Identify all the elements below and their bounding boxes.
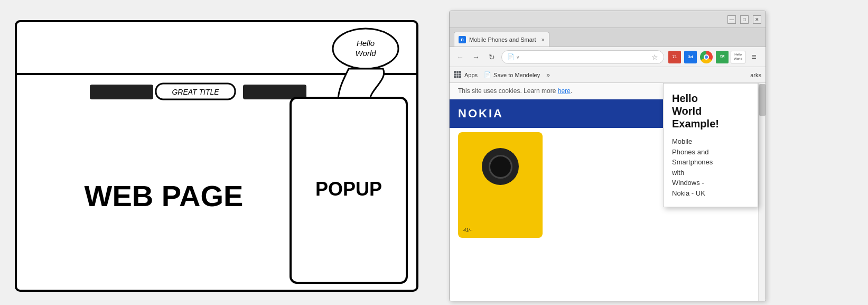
apps-dot-7: [454, 76, 456, 78]
browser-navbar: ← → ↻ 📄 v ☆ 71 3d: [450, 47, 766, 67]
browser-popup: HelloWorldExample! MobilePhones andSmart…: [663, 83, 758, 207]
cookie-period: .: [571, 87, 572, 95]
diagram-canvas: GREAT TITLE Hello World POPUP WEB PAGE: [11, 11, 428, 296]
webpage-label: WEB PAGE: [85, 179, 244, 212]
mendeley-icon: 📄: [484, 71, 491, 78]
apps-dot-2: [456, 71, 459, 73]
browser-titlebar: — □ ✕: [450, 11, 766, 28]
apps-dot-8: [456, 76, 459, 78]
apps-dot-9: [459, 76, 461, 78]
menu-button[interactable]: ≡: [746, 50, 761, 64]
browser-tab[interactable]: n Mobile Phones and Smart ×: [454, 32, 549, 47]
mendeley-label: Save to Mendeley: [493, 72, 540, 78]
diagram-section: GREAT TITLE Hello World POPUP WEB PAGE: [11, 11, 428, 296]
hello-world-button[interactable]: Hello World: [731, 50, 745, 64]
phone-camera: [482, 148, 519, 185]
apps-label: Apps: [464, 72, 478, 78]
browser-content: This site uses cookies. Learn more here.…: [450, 83, 766, 301]
bookmarks-bar: Apps 📄 Save to Mendeley » arks: [450, 67, 766, 83]
popup-label: POPUP: [315, 178, 382, 200]
phone-image: 41/∙∙: [458, 132, 543, 238]
tab-title: Mobile Phones and Smart: [469, 36, 536, 43]
apps-grid-icon: [454, 71, 462, 79]
gmail-icon: 71: [668, 51, 681, 63]
minimize-button[interactable]: —: [727, 15, 736, 24]
address-separator: v: [517, 54, 519, 60]
maps-icon: 🗺: [716, 51, 729, 63]
browser-window: — □ ✕ n Mobile Phones and Smart × ← → ↻ …: [449, 11, 766, 301]
menu-icon: ≡: [751, 52, 756, 62]
apps-dot-4: [454, 73, 456, 76]
chrome-extension-icon: [700, 51, 713, 63]
refresh-button[interactable]: ↻: [486, 51, 498, 63]
svg-rect-8: [90, 85, 153, 99]
hello-world-icon: Hello World: [731, 51, 745, 63]
tab-close-button[interactable]: ×: [542, 36, 545, 43]
mendeley-bookmark[interactable]: 📄 Save to Mendeley: [482, 70, 542, 79]
threed-icon: 3d: [684, 51, 697, 63]
hello-world-bubble-line1: Hello: [357, 39, 375, 48]
phone-camera-lens: [489, 155, 512, 179]
hello-world-bubble-line2: World: [355, 49, 376, 58]
star-icon[interactable]: ☆: [651, 53, 658, 61]
threed-icon-button[interactable]: 3d: [683, 50, 698, 64]
apps-dot-1: [454, 71, 456, 73]
close-button[interactable]: ✕: [753, 15, 761, 24]
cookie-link[interactable]: here: [558, 87, 571, 95]
bookmarks-more-button[interactable]: »: [546, 71, 550, 79]
phone-model-text: 41/∙∙: [463, 227, 473, 233]
address-page-icon: 📄: [507, 53, 515, 60]
chrome-inner-circle: [704, 54, 709, 60]
tab-favicon: n: [459, 36, 466, 43]
popup-body: MobilePhones andSmartphoneswithWindows -…: [672, 136, 749, 198]
apps-bookmark[interactable]: Apps: [454, 71, 478, 79]
apps-dot-5: [456, 73, 459, 76]
popup-title: HelloWorldExample!: [672, 92, 749, 130]
chrome-extension-icon-button[interactable]: [699, 50, 714, 64]
apps-dot-3: [459, 71, 461, 73]
apps-dot-6: [459, 73, 461, 76]
address-bar[interactable]: 📄 v ☆: [501, 50, 664, 64]
browser-tabbar: n Mobile Phones and Smart ×: [450, 28, 766, 47]
nokia-logo: NOKIA: [458, 107, 503, 121]
scrollbar-thumb[interactable]: [759, 84, 766, 116]
browser-scrollbar[interactable]: [758, 83, 766, 301]
restore-button[interactable]: □: [740, 15, 749, 24]
back-button[interactable]: ←: [454, 51, 466, 63]
gmail-icon-button[interactable]: 71: [667, 50, 682, 64]
maps-icon-button[interactable]: 🗺: [715, 50, 730, 64]
forward-button[interactable]: →: [470, 51, 482, 63]
toolbar-icons: 71 3d 🗺 Hello World ≡: [667, 50, 761, 64]
great-title-label: GREAT TITLE: [172, 88, 219, 96]
cookie-text: This site uses cookies. Learn more: [458, 87, 558, 95]
bookmarks-right-label: arks: [750, 72, 761, 78]
